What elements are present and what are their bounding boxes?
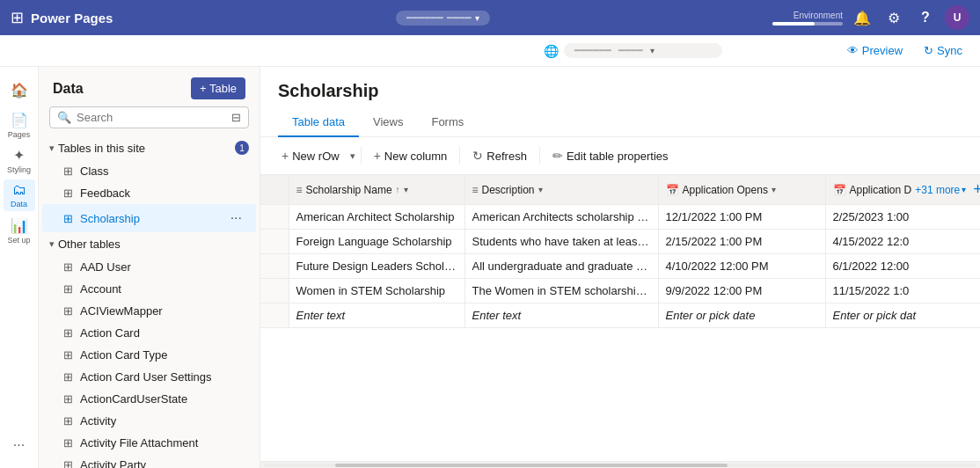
- sidebar-header: Data + Table: [39, 67, 260, 106]
- search-box: 🔍 ⊟: [49, 106, 249, 128]
- new-column-button[interactable]: + New column: [367, 144, 455, 167]
- more-columns-label: +31 more: [915, 184, 960, 196]
- row-name-1[interactable]: American Architect Scholarship: [289, 205, 464, 230]
- col-header-app-opens[interactable]: 📅 Application Opens ▾: [658, 175, 825, 205]
- secondary-nav-center: 🌐 ━━━━━━ ━━━━ ▾: [425, 43, 839, 58]
- rail-item-pages[interactable]: 📄 Pages: [4, 109, 35, 141]
- avatar[interactable]: U: [945, 5, 969, 30]
- this-site-label: Tables in this site: [58, 142, 145, 155]
- sort-icon[interactable]: ↑: [396, 185, 400, 194]
- filter-icon[interactable]: ⊟: [231, 111, 241, 124]
- tabs: Table data Views Forms: [278, 108, 962, 136]
- styling-label: Styling: [7, 165, 31, 174]
- table-icon-scholarship: ⊞: [63, 212, 73, 225]
- edit-table-button[interactable]: ✏ Edit table properties: [545, 144, 676, 167]
- refresh-button[interactable]: ↻ Refresh: [465, 144, 534, 167]
- table-body: American Architect Scholarship American …: [260, 205, 980, 328]
- table-item-scholarship[interactable]: ⊞ Scholarship ···: [42, 204, 256, 232]
- row-name-4: Women in STEM Scholarship: [289, 279, 464, 303]
- placeholder-name[interactable]: Enter text: [289, 303, 464, 328]
- env-label: Environment: [794, 11, 843, 20]
- placeholder-desc[interactable]: Enter text: [464, 303, 658, 328]
- col-label-desc: Description: [482, 184, 535, 196]
- sync-button[interactable]: ↻ Sync: [917, 40, 969, 61]
- search-icon: 🔍: [57, 111, 71, 124]
- row-appd-4: 11/15/2022 1:0: [825, 279, 980, 303]
- setup-label: Set up: [7, 236, 30, 245]
- table-item-class[interactable]: ⊞ Class: [42, 160, 256, 182]
- filter-chevron-name[interactable]: ▾: [404, 185, 408, 194]
- content-header: Scholarship Table data Views Forms: [260, 67, 980, 137]
- other-tables-section-header[interactable]: ▾ Other tables: [39, 232, 260, 256]
- new-row-button[interactable]: + New rOw: [274, 144, 347, 167]
- env-bar-fill: [772, 22, 815, 26]
- row-opens-2: 2/15/2022 1:00 PM: [658, 230, 825, 254]
- table-item-aaduser[interactable]: ⊞ AAD User: [42, 256, 256, 278]
- filter-chevron-desc[interactable]: ▾: [538, 185, 543, 194]
- table-item-more-icon[interactable]: ···: [227, 208, 245, 228]
- rail-item-setup[interactable]: 📊 Set up: [4, 215, 35, 246]
- settings-icon[interactable]: ⚙: [881, 5, 906, 30]
- col-header-description[interactable]: ≡ Description ▾: [464, 175, 658, 205]
- table-row: American Architect Scholarship American …: [260, 205, 980, 230]
- preview-button[interactable]: 👁 Preview: [840, 40, 910, 61]
- rail-item-home[interactable]: 🏠: [4, 74, 35, 106]
- col-header-scholarship-name[interactable]: ≡ Scholarship Name ↑ ▾: [289, 175, 464, 205]
- add-table-button[interactable]: + Table: [191, 77, 245, 99]
- row-appd-3: 6/1/2022 12:00: [825, 254, 980, 279]
- table-item-activity[interactable]: ⊞ Activity: [42, 410, 256, 432]
- row-name-2[interactable]: Foreign Language Scholarship: [289, 230, 464, 254]
- row-checkbox-2: [260, 230, 289, 254]
- placeholder-checkbox: [260, 303, 289, 328]
- col-header-app-d[interactable]: 📅 Application D +31 more ▾ +: [825, 175, 980, 205]
- search-input[interactable]: [77, 111, 226, 124]
- table-icon-aaduser: ⊞: [63, 260, 73, 274]
- add-column-icon[interactable]: +: [969, 180, 980, 199]
- waffle-icon[interactable]: ⊞: [11, 8, 24, 27]
- new-row-chevron[interactable]: ▾: [350, 150, 355, 162]
- main-layout: 🏠 📄 Pages ✦ Styling 🗂 Data 📊 Set up ··· …: [0, 67, 980, 468]
- rail-item-styling[interactable]: ✦ Styling: [4, 144, 35, 176]
- table-icon-aciviewmapper: ⊞: [63, 304, 73, 318]
- horizontal-scrollbar[interactable]: [260, 461, 980, 468]
- table-item-activityfileattachment[interactable]: ⊞ Activity File Attachment: [42, 432, 256, 454]
- tab-views[interactable]: Views: [359, 108, 417, 137]
- setup-icon: 📊: [11, 217, 28, 234]
- rail-item-more[interactable]: ···: [4, 429, 35, 461]
- this-site-section-header[interactable]: ▾ Tables in this site 1: [39, 135, 260, 160]
- table-item-activityparty[interactable]: ⊞ Activity Party: [42, 454, 256, 468]
- filter-chevron-opens[interactable]: ▾: [772, 185, 776, 194]
- help-icon[interactable]: ?: [913, 5, 938, 30]
- tab-table-data[interactable]: Table data: [278, 108, 359, 137]
- table-item-aciviewmapper[interactable]: ⊞ ACIViewMapper: [42, 300, 256, 322]
- more-columns-button[interactable]: +31 more ▾: [915, 184, 966, 196]
- toolbar: + New rOw ▾ + New column ↻ Refresh ✏ Edi…: [260, 137, 980, 175]
- table-icon-activityparty: ⊞: [63, 458, 73, 468]
- add-table-label: + Table: [200, 82, 237, 95]
- home-icon: 🏠: [11, 82, 28, 99]
- url-pill[interactable]: ━━━━━━ ━━━━ ▾: [564, 43, 722, 58]
- url-chevron[interactable]: ▾: [475, 13, 479, 23]
- bell-icon[interactable]: 🔔: [850, 5, 874, 30]
- table-item-actioncardusersettings[interactable]: ⊞ Action Card User Settings: [42, 366, 256, 388]
- globe-icon: 🌐: [544, 44, 559, 58]
- table-header-row: ≡ Scholarship Name ↑ ▾ ≡ Description ▾: [260, 175, 980, 205]
- row-desc-4: The Women in STEM scholarship i...: [464, 279, 658, 303]
- table-item-feedback[interactable]: ⊞ Feedback: [42, 182, 256, 204]
- table-item-actioncarduserstate[interactable]: ⊞ ActionCardUserState: [42, 388, 256, 410]
- table-item-actioncardtype[interactable]: ⊞ Action Card Type: [42, 344, 256, 366]
- tab-forms[interactable]: Forms: [417, 108, 478, 137]
- table-item-actioncard[interactable]: ⊞ Action Card: [42, 322, 256, 344]
- placeholder-appd[interactable]: Enter or pick dat: [825, 303, 980, 328]
- row-checkbox-1: [260, 205, 289, 230]
- toolbar-separator-2: [459, 147, 460, 165]
- sidebar: Data + Table 🔍 ⊟ ▾ Tables in this site 1…: [39, 67, 260, 468]
- top-nav-center: ━━━━━━ ━━━━ ▾: [113, 11, 772, 26]
- table-icon-account: ⊞: [63, 282, 73, 296]
- table-item-account[interactable]: ⊞ Account: [42, 278, 256, 300]
- environment-pill[interactable]: ━━━━━━ ━━━━ ▾: [396, 11, 490, 26]
- section-header-left: ▾ Tables in this site: [49, 142, 145, 155]
- placeholder-opens[interactable]: Enter or pick date: [658, 303, 825, 328]
- row-opens-3: 4/10/2022 12:00 PM: [658, 254, 825, 279]
- rail-item-data[interactable]: 🗂 Data: [4, 179, 35, 211]
